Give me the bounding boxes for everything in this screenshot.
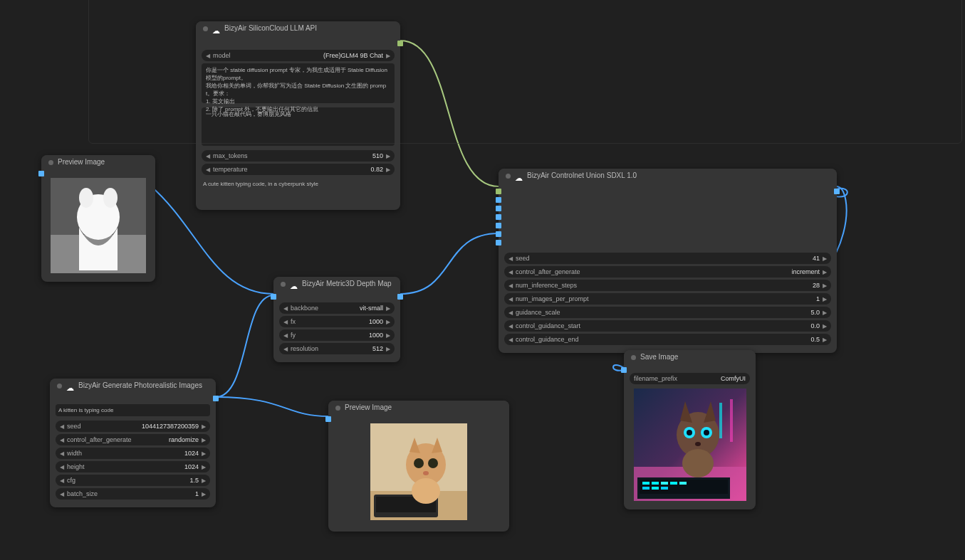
arrow-left-icon[interactable]: ◀ xyxy=(60,450,64,457)
output-port[interactable] xyxy=(397,294,403,300)
node-save-image[interactable]: Save Image filename_prefix ComfyUI xyxy=(624,350,756,509)
arrow-right-icon[interactable]: ▶ xyxy=(386,305,390,312)
input-port-7[interactable] xyxy=(496,240,501,245)
temperature-input[interactable]: ◀ temperature 0.82 ▶ xyxy=(202,164,395,175)
node-generate-images[interactable]: BizyAir Generate Photorealistic Images A… xyxy=(50,379,216,507)
arrow-left-icon[interactable]: ◀ xyxy=(60,464,64,470)
input-port-2[interactable] xyxy=(496,197,501,203)
arrow-right-icon[interactable]: ▶ xyxy=(202,477,206,484)
input-port[interactable] xyxy=(621,367,627,373)
arrow-left-icon[interactable]: ◀ xyxy=(283,319,288,325)
node-title[interactable]: BizyAir Metric3D Depth Map xyxy=(273,277,400,291)
arrow-right-icon[interactable]: ▶ xyxy=(386,53,390,59)
arrow-right-icon[interactable]: ▶ xyxy=(386,153,390,159)
node-depth-map[interactable]: BizyAir Metric3D Depth Map ◀backbonevit-… xyxy=(273,277,400,362)
input-port-4[interactable] xyxy=(496,214,501,220)
arrow-right-icon[interactable]: ▶ xyxy=(386,319,390,325)
node-title[interactable]: BizyAir SiliconCloud LLM API xyxy=(196,21,400,36)
collapse-toggle-icon[interactable] xyxy=(48,160,53,165)
backbone-select[interactable]: ◀backbonevit-small▶ xyxy=(279,302,395,314)
arrow-right-icon[interactable]: ▶ xyxy=(823,255,827,262)
arrow-left-icon[interactable]: ◀ xyxy=(508,337,513,343)
arrow-right-icon[interactable]: ▶ xyxy=(202,464,206,470)
node-llm-api[interactable]: BizyAir SiliconCloud LLM API ◀ model (Fr… xyxy=(196,21,400,210)
node-title[interactable]: Preview Image xyxy=(328,401,509,415)
arrow-left-icon[interactable]: ◀ xyxy=(206,167,210,173)
arrow-left-icon[interactable]: ◀ xyxy=(60,437,64,443)
arrow-left-icon[interactable]: ◀ xyxy=(508,310,513,316)
arrow-left-icon[interactable]: ◀ xyxy=(283,305,288,312)
seed-input[interactable]: ◀seed41▶ xyxy=(504,253,831,264)
node-title[interactable]: Save Image xyxy=(624,350,756,364)
control-guidance-end-input[interactable]: ◀control_guidance_end0.5▶ xyxy=(504,334,831,345)
arrow-left-icon[interactable]: ◀ xyxy=(60,491,64,497)
arrow-right-icon[interactable]: ▶ xyxy=(202,437,206,443)
collapse-toggle-icon[interactable] xyxy=(335,406,340,411)
arrow-right-icon[interactable]: ▶ xyxy=(386,332,390,339)
collapse-toggle-icon[interactable] xyxy=(281,282,286,287)
arrow-right-icon[interactable]: ▶ xyxy=(823,323,827,329)
arrow-right-icon[interactable]: ▶ xyxy=(386,346,390,352)
output-port[interactable] xyxy=(397,41,403,46)
node-title[interactable]: BizyAir Generate Photorealistic Images xyxy=(50,379,216,393)
user-prompt-input[interactable]: 一只小猫在敲代码，赛博朋克风格 xyxy=(202,107,395,146)
arrow-right-icon[interactable]: ▶ xyxy=(202,450,206,457)
control-after-generate-select[interactable]: ◀control_after_generateincrement▶ xyxy=(504,266,831,278)
control-after-generate-select[interactable]: ◀control_after_generaterandomize▶ xyxy=(56,434,210,445)
input-port-3[interactable] xyxy=(496,206,501,211)
num-images-per-prompt-input[interactable]: ◀num_images_per_prompt1▶ xyxy=(504,293,831,305)
width-input[interactable]: ◀width1024▶ xyxy=(56,448,210,459)
node-title[interactable]: BizyAir Controlnet Union SDXL 1.0 xyxy=(499,169,837,183)
num-inference-steps-input[interactable]: ◀num_inference_steps28▶ xyxy=(504,280,831,291)
input-port[interactable] xyxy=(38,171,44,176)
node-title[interactable]: Preview Image xyxy=(41,155,155,169)
arrow-left-icon[interactable]: ◀ xyxy=(283,332,288,339)
arrow-left-icon[interactable]: ◀ xyxy=(60,477,64,484)
max-tokens-input[interactable]: ◀ max_tokens 510 ▶ xyxy=(202,150,395,162)
node-preview-image-2[interactable]: Preview Image xyxy=(328,401,509,532)
height-input[interactable]: ◀height1024▶ xyxy=(56,461,210,472)
arrow-left-icon[interactable]: ◀ xyxy=(283,346,288,352)
arrow-left-icon[interactable]: ◀ xyxy=(206,53,210,59)
output-port[interactable] xyxy=(834,189,840,194)
output-port[interactable] xyxy=(213,396,219,401)
arrow-right-icon[interactable]: ▶ xyxy=(823,296,827,302)
arrow-right-icon[interactable]: ▶ xyxy=(823,269,827,275)
seed-input[interactable]: ◀seed1044127387200359▶ xyxy=(56,421,210,432)
arrow-left-icon[interactable]: ◀ xyxy=(60,423,64,430)
cfg-input[interactable]: ◀cfg1.5▶ xyxy=(56,475,210,486)
node-preview-image-1[interactable]: Preview Image xyxy=(41,155,155,282)
guidance-scale-input[interactable]: ◀guidance_scale5.0▶ xyxy=(504,307,831,318)
input-port-1[interactable] xyxy=(496,189,501,194)
collapse-toggle-icon[interactable] xyxy=(57,384,62,389)
arrow-right-icon[interactable]: ▶ xyxy=(823,310,827,316)
arrow-left-icon[interactable]: ◀ xyxy=(508,269,513,275)
arrow-left-icon[interactable]: ◀ xyxy=(206,153,210,159)
input-port[interactable] xyxy=(271,294,276,300)
input-port[interactable] xyxy=(325,416,331,422)
system-prompt-input[interactable]: 你是一个 stable diffusion prompt 专家，为我生成适用于 … xyxy=(202,63,395,103)
fx-input[interactable]: ◀fx1000▶ xyxy=(279,316,395,327)
arrow-right-icon[interactable]: ▶ xyxy=(202,423,206,430)
input-port-5[interactable] xyxy=(496,223,501,228)
resolution-input[interactable]: ◀resolution512▶ xyxy=(279,343,395,354)
collapse-toggle-icon[interactable] xyxy=(631,355,636,360)
prompt-input[interactable]: A kitten is typing code xyxy=(56,404,210,416)
arrow-left-icon[interactable]: ◀ xyxy=(508,282,513,289)
control-guidance-start-input[interactable]: ◀control_guidance_start0.0▶ xyxy=(504,320,831,332)
arrow-right-icon[interactable]: ▶ xyxy=(202,491,206,497)
model-select[interactable]: ◀ model (Free)GLM4 9B Chat ▶ xyxy=(202,50,395,61)
arrow-right-icon[interactable]: ▶ xyxy=(823,282,827,289)
collapse-toggle-icon[interactable] xyxy=(506,174,511,179)
input-port-6[interactable] xyxy=(496,231,501,237)
arrow-left-icon[interactable]: ◀ xyxy=(508,255,513,262)
arrow-left-icon[interactable]: ◀ xyxy=(508,296,513,302)
node-controlnet-union[interactable]: BizyAir Controlnet Union SDXL 1.0 ◀seed4… xyxy=(499,169,837,353)
filename-prefix-input[interactable]: filename_prefix ComfyUI xyxy=(630,373,750,384)
arrow-left-icon[interactable]: ◀ xyxy=(508,323,513,329)
batch-size-input[interactable]: ◀batch_size1▶ xyxy=(56,488,210,500)
fy-input[interactable]: ◀fy1000▶ xyxy=(279,329,395,341)
collapse-toggle-icon[interactable] xyxy=(203,26,208,31)
arrow-right-icon[interactable]: ▶ xyxy=(386,167,390,173)
arrow-right-icon[interactable]: ▶ xyxy=(823,337,827,343)
